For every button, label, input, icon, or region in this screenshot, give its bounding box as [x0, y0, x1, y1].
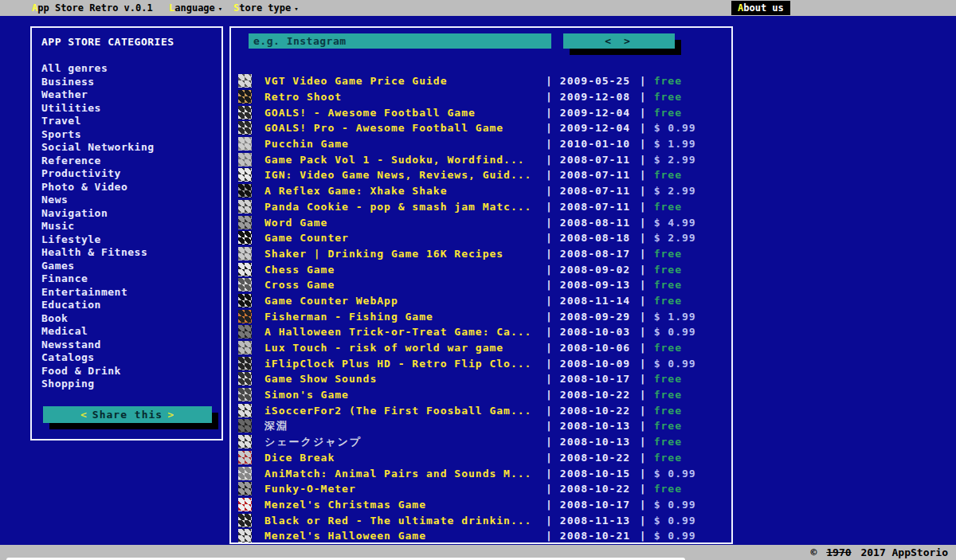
app-row[interactable]: Game Show Sounds | 2008-10-17 | free: [231, 371, 731, 387]
app-title: App Store Retro v.0.1: [32, 0, 153, 16]
app-price: free: [654, 107, 682, 119]
sidebar-category-item[interactable]: Shopping: [41, 378, 212, 391]
app-row[interactable]: Dice Break | 2008-10-22 | free: [231, 450, 731, 466]
app-date: 2008-10-17: [560, 373, 640, 385]
app-row[interactable]: Game Counter WebApp | 2008-11-14 | free: [231, 293, 731, 309]
sidebar-category-item[interactable]: Finance: [41, 272, 212, 286]
sidebar-category-item[interactable]: Health & Fitness: [41, 246, 212, 260]
app-row[interactable]: VGT Video Game Price Guide | 2009-05-25 …: [231, 73, 731, 89]
app-row[interactable]: Word Game | 2008-08-11 | $ 4.99: [231, 214, 731, 230]
sidebar-category-item[interactable]: Medical: [41, 325, 212, 339]
sidebar-category-item[interactable]: Music: [41, 220, 212, 233]
app-row[interactable]: Retro Shoot | 2009-12-08 | free: [231, 89, 731, 105]
sidebar-category-item[interactable]: Weather: [41, 88, 212, 102]
app-price: free: [654, 373, 682, 385]
app-row[interactable]: Pucchin Game | 2010-01-10 | $ 1.99: [231, 136, 731, 152]
sidebar-category-item[interactable]: Lifestyle: [41, 233, 212, 247]
app-row[interactable]: Cross Game | 2008-09-13 | free: [231, 277, 731, 293]
app-name: iFlipClock Plus HD - Retro Flip Clo...: [264, 358, 546, 370]
app-row[interactable]: Chess Game | 2008-09-02 | free: [231, 261, 731, 277]
app-row[interactable]: Menzel's Christmas Game | 2008-10-17 | $…: [231, 497, 731, 513]
app-row[interactable]: iSoccerFor2 (The First Foosball Gam... |…: [231, 402, 731, 418]
column-separator: |: [546, 311, 553, 323]
column-separator: |: [546, 295, 553, 307]
app-price: $ 0.99: [654, 499, 696, 511]
app-icon: [238, 216, 252, 229]
sidebar-category-item[interactable]: Reference: [41, 155, 212, 168]
column-separator: |: [640, 515, 647, 527]
app-row[interactable]: A Reflex Game: Xhake Shake | 2008-07-11 …: [231, 183, 731, 199]
column-separator: |: [640, 248, 647, 260]
sidebar-category-item[interactable]: Navigation: [41, 207, 212, 221]
app-row[interactable]: Game Counter | 2008-08-18 | $ 2.99: [231, 230, 731, 246]
column-separator: |: [546, 468, 553, 480]
app-row[interactable]: AniMatch: Animal Pairs and Sounds M... |…: [231, 465, 731, 481]
app-date: 2008-10-21: [560, 530, 640, 542]
sidebar-category-item[interactable]: News: [41, 194, 212, 207]
column-separator: |: [640, 295, 647, 307]
sidebar-category-item[interactable]: Photo & Video: [41, 181, 212, 194]
about-us-button[interactable]: About us: [731, 1, 790, 15]
app-date: 2008-10-13: [560, 436, 640, 448]
app-price: $ 0.99: [654, 530, 696, 542]
sidebar-category-item[interactable]: All genres: [41, 62, 212, 76]
sidebar-category-item[interactable]: Sports: [41, 128, 212, 142]
column-separator: |: [546, 264, 553, 276]
app-name: Menzel's Halloween Game: [264, 530, 546, 542]
app-row[interactable]: Menzel's Halloween Game | 2008-10-21 | $…: [231, 528, 731, 542]
app-row[interactable]: Game Pack Vol 1 - Sudoku, Wordfind... | …: [231, 151, 731, 167]
app-row[interactable]: 深淵 | 2008-10-13 | free: [231, 418, 731, 434]
sidebar-category-item[interactable]: Games: [41, 260, 212, 273]
menu-language[interactable]: Language▾: [169, 0, 222, 17]
sidebar-category-item[interactable]: Catalogs: [41, 351, 212, 365]
app-row[interactable]: Funky-O-Meter | 2008-10-22 | free: [231, 481, 731, 497]
app-name: Panda Cookie - pop & smash jam Matc...: [264, 201, 546, 213]
share-this-button[interactable]: <Share this>: [43, 406, 212, 423]
app-row[interactable]: Panda Cookie - pop & smash jam Matc... |…: [231, 199, 731, 215]
app-name: Game Counter: [264, 232, 546, 244]
column-separator: |: [546, 530, 553, 542]
app-row[interactable]: A Halloween Trick-or-Treat Game: Ca... |…: [231, 324, 731, 340]
app-row[interactable]: Simon's Game | 2008-10-22 | free: [231, 387, 731, 403]
app-date: 2008-10-09: [560, 358, 640, 370]
app-list: VGT Video Game Price Guide | 2009-05-25 …: [231, 73, 731, 542]
app-row[interactable]: Black or Red - The ultimate drinkin... |…: [231, 512, 731, 528]
column-separator: |: [640, 499, 647, 511]
sidebar-category-item[interactable]: Business: [41, 76, 212, 89]
app-icon: [238, 451, 252, 464]
app-row[interactable]: iFlipClock Plus HD - Retro Flip Clo... |…: [231, 355, 731, 371]
app-row[interactable]: Shaker | Drinking Game 16K Recipes | 200…: [231, 246, 731, 262]
app-icon: [238, 74, 252, 88]
column-separator: |: [546, 420, 553, 432]
sidebar-category-item[interactable]: Education: [41, 299, 212, 312]
menu-store-type[interactable]: Store type▾: [233, 0, 299, 17]
app-name: GOALS! - Awesome Football Game: [264, 107, 546, 119]
column-separator: |: [640, 342, 647, 354]
sidebar-category-item[interactable]: Entertainment: [41, 286, 212, 300]
app-row[interactable]: GOALS! Pro - Awesome Football Game | 200…: [231, 120, 731, 136]
sidebar-category-item[interactable]: Utilities: [41, 102, 212, 116]
app-row[interactable]: Lux Touch - risk of world war game | 200…: [231, 340, 731, 356]
menu-store-type-rest: tore type: [239, 2, 291, 14]
categories-title: APP STORE CATEGORIES: [41, 36, 212, 48]
app-icon: [238, 435, 252, 448]
app-name: Simon's Game: [264, 389, 546, 401]
search-input[interactable]: [249, 33, 551, 49]
app-date: 2008-08-18: [560, 232, 640, 244]
app-row[interactable]: Fisherman - Fishing Game | 2008-09-29 | …: [231, 308, 731, 324]
sidebar-category-item[interactable]: Book: [41, 312, 212, 326]
sidebar-category-item[interactable]: Social Networking: [41, 141, 212, 155]
app-date: 2008-10-15: [560, 468, 640, 480]
app-row[interactable]: シェークジャンプ | 2008-10-13 | free: [231, 434, 731, 450]
sidebar-category-item[interactable]: Productivity: [41, 167, 212, 181]
app-row[interactable]: IGN: Video Game News, Reviews, Guid... |…: [231, 167, 731, 183]
sidebar-category-item[interactable]: Food & Drink: [41, 365, 212, 378]
app-name: A Halloween Trick-or-Treat Game: Ca...: [264, 326, 546, 338]
app-list-panel: < > VGT Video Game Price Guide | 2009-05…: [229, 26, 733, 544]
app-row[interactable]: GOALS! - Awesome Football Game | 2009-12…: [231, 104, 731, 120]
column-separator: |: [640, 264, 647, 276]
app-price: $ 4.99: [654, 217, 696, 229]
pagination-button[interactable]: < >: [563, 33, 675, 49]
sidebar-category-item[interactable]: Travel: [41, 115, 212, 128]
sidebar-category-item[interactable]: Newsstand: [41, 339, 212, 352]
